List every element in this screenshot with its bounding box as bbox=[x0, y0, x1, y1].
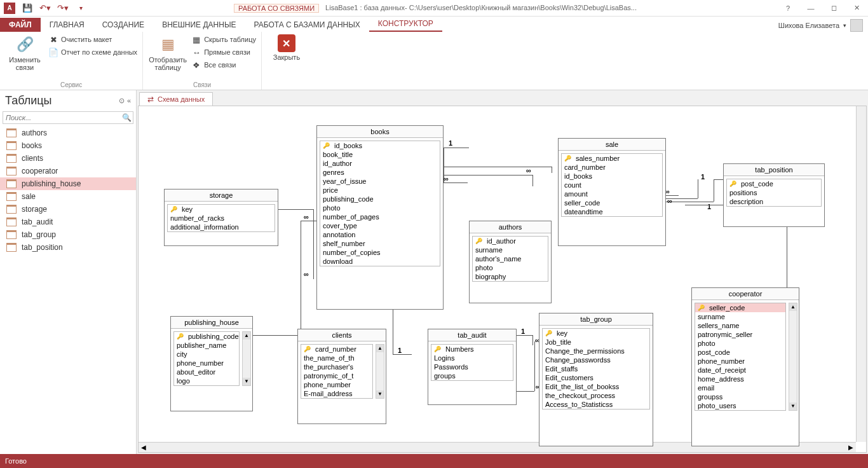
tab-external[interactable]: ВНЕШНИЕ ДАННЫЕ bbox=[153, 18, 245, 32]
field-publishing_code[interactable]: publishing_code bbox=[320, 195, 440, 203]
field-number_of_copies[interactable]: number_of_copies bbox=[320, 248, 440, 257]
field-number_of_pages[interactable]: number_of_pages bbox=[320, 212, 440, 221]
field-Numbers[interactable]: Numbers bbox=[431, 345, 513, 354]
user-badge[interactable]: Шихова Елизавета ▾ bbox=[778, 19, 868, 32]
nav-item-tab_group[interactable]: tab_group bbox=[0, 228, 136, 241]
minimize-icon[interactable]: — bbox=[803, 4, 818, 12]
nav-item-tab_position[interactable]: tab_position bbox=[0, 241, 136, 254]
tab-file[interactable]: ФАЙЛ bbox=[0, 18, 41, 32]
redo-icon[interactable]: ↷▾ bbox=[57, 3, 69, 14]
field-card_number[interactable]: card_number bbox=[301, 345, 372, 354]
field-Job_title[interactable]: Job_title bbox=[543, 338, 649, 347]
qat-more-icon[interactable]: ▾ bbox=[75, 3, 86, 14]
field-author's_name[interactable]: author's_name bbox=[473, 254, 548, 263]
field-the_purchaser's[interactable]: the_purchaser's bbox=[301, 362, 372, 371]
field-id_author[interactable]: id_author bbox=[473, 237, 548, 245]
field-email[interactable]: email bbox=[695, 383, 785, 392]
field-seller_code[interactable]: seller_code bbox=[562, 198, 662, 207]
entity-authors[interactable]: authorsid_authorsurnameauthor's_namephot… bbox=[469, 221, 552, 303]
field-photo[interactable]: photo bbox=[320, 203, 440, 212]
field-positions[interactable]: positions bbox=[727, 188, 821, 197]
nav-item-cooperator[interactable]: cooperator bbox=[0, 165, 136, 177]
field-id_author[interactable]: id_author bbox=[320, 159, 440, 168]
entity-cooperator[interactable]: cooperatorseller_codesurnamesellers_name… bbox=[691, 287, 799, 446]
entity-books[interactable]: booksid_booksbook_titleid_authorgenresye… bbox=[316, 125, 444, 310]
field-price[interactable]: price bbox=[320, 186, 440, 195]
undo-icon[interactable]: ↶▾ bbox=[39, 3, 51, 14]
field-count[interactable]: count bbox=[562, 181, 662, 189]
search-icon[interactable]: 🔍 bbox=[120, 112, 133, 123]
relationships-canvas[interactable]: ✕ 1 ∞ 1 ∞ 1 ∞ ∞ 1 ∞ 1 bbox=[138, 106, 867, 453]
tab-designer[interactable]: КОНСТРУКТОР bbox=[369, 17, 442, 32]
tab-dbtools[interactable]: РАБОТА С БАЗАМИ ДАННЫХ bbox=[245, 18, 369, 32]
restore-icon[interactable]: ◻ bbox=[826, 4, 841, 12]
close-relations-button[interactable]: ✕ Закрыть bbox=[267, 34, 306, 61]
entity-tab_group[interactable]: tab_groupkeyJob_titleChange_the_permissi… bbox=[539, 313, 653, 446]
save-icon[interactable]: 💾 bbox=[22, 3, 33, 14]
clear-layout-button[interactable]: ✖Очистить макет bbox=[48, 34, 137, 45]
nav-filter-icon[interactable]: ⊙ bbox=[119, 97, 125, 105]
field-id_books[interactable]: id_books bbox=[320, 141, 440, 150]
field-cover_type[interactable]: cover_type bbox=[320, 221, 440, 230]
nav-item-tab_audit[interactable]: tab_audit bbox=[0, 216, 136, 228]
hide-table-button[interactable]: ▦Скрыть таблицу bbox=[191, 34, 256, 45]
field-biography[interactable]: biography bbox=[473, 272, 548, 281]
nav-item-sale[interactable]: sale bbox=[0, 190, 136, 203]
nav-search-input[interactable] bbox=[3, 112, 120, 123]
field-date_of_receipt[interactable]: date_of_receipt bbox=[695, 366, 785, 375]
field-E-mail_address[interactable]: E-mail_address bbox=[301, 389, 372, 398]
nav-item-clients[interactable]: clients bbox=[0, 152, 136, 165]
close-icon[interactable]: ✕ bbox=[849, 4, 864, 12]
field-publishing_code[interactable]: publishing_code bbox=[174, 332, 239, 341]
field-publisher_name[interactable]: publisher_name bbox=[174, 341, 239, 350]
help-icon[interactable]: ? bbox=[780, 4, 796, 12]
field-groups[interactable]: groups bbox=[431, 371, 513, 380]
field-key[interactable]: key bbox=[168, 205, 275, 214]
field-Edit_staffs[interactable]: Edit_staffs bbox=[543, 364, 649, 373]
field-Change_passwordss[interactable]: Change_passwordss bbox=[543, 355, 649, 364]
field-year_of_issue[interactable]: year_of_issue bbox=[320, 177, 440, 186]
entity-tab_position[interactable]: tab_positionpost_codepositionsdescriptio… bbox=[723, 163, 825, 227]
field-patronymic_seller[interactable]: patronymic_seller bbox=[695, 330, 785, 339]
field-home_address[interactable]: home_address bbox=[695, 375, 785, 383]
entity-scrollbar[interactable]: ▲▼ bbox=[376, 344, 384, 399]
field-Edit_customers[interactable]: Edit_customers bbox=[543, 373, 649, 382]
field-photo[interactable]: photo bbox=[695, 339, 785, 348]
entity-clients[interactable]: clientscard_numberthe_name_of_ththe_purc… bbox=[297, 329, 386, 424]
field-shelf_number[interactable]: shelf_number bbox=[320, 239, 440, 248]
field-Edit_the_list_of_bookss[interactable]: Edit_the_list_of_bookss bbox=[543, 382, 649, 391]
entity-scrollbar[interactable]: ▲▼ bbox=[789, 303, 797, 411]
direct-relations-button[interactable]: ↔Прямые связи bbox=[191, 47, 256, 57]
relation-report-button[interactable]: 📄Отчет по схеме данных bbox=[48, 47, 137, 57]
field-logo[interactable]: logo bbox=[174, 376, 239, 385]
field-card_number[interactable]: card_number bbox=[562, 163, 662, 172]
field-description[interactable]: description bbox=[727, 197, 821, 206]
field-phone_number[interactable]: phone_number bbox=[174, 359, 239, 368]
field-id_books[interactable]: id_books bbox=[562, 172, 662, 181]
field-dateandtime[interactable]: dateandtime bbox=[562, 207, 662, 216]
edit-relations-button[interactable]: 🔗 Изменить связи bbox=[5, 34, 44, 71]
field-amount[interactable]: amount bbox=[562, 189, 662, 198]
field-additional_information[interactable]: additional_information bbox=[168, 223, 275, 231]
field-key[interactable]: key bbox=[543, 329, 649, 338]
field-phone_number[interactable]: phone_number bbox=[301, 380, 372, 389]
field-Change_the_permissions[interactable]: Change_the_permissions bbox=[543, 347, 649, 355]
nav-item-authors[interactable]: authors bbox=[0, 127, 136, 139]
entity-publishing_house[interactable]: publishing_housepublishing_codepublisher… bbox=[170, 316, 253, 411]
field-surname[interactable]: surname bbox=[695, 312, 785, 321]
field-the_name_of_th[interactable]: the_name_of_th bbox=[301, 354, 372, 362]
field-patronymic_of_t[interactable]: patronymic_of_t bbox=[301, 371, 372, 380]
field-the_checkout_process[interactable]: the_checkout_process bbox=[543, 391, 649, 400]
entity-tab_audit[interactable]: tab_auditNumbersLoginsPasswordsgroups bbox=[428, 329, 517, 405]
field-about_editor[interactable]: about_editor bbox=[174, 368, 239, 376]
all-relations-button[interactable]: ❖Все связи bbox=[191, 60, 256, 70]
field-photo[interactable]: photo bbox=[473, 263, 548, 272]
field-download[interactable]: download bbox=[320, 257, 440, 266]
entity-scrollbar[interactable]: ▲▼ bbox=[242, 331, 251, 386]
field-Passwords[interactable]: Passwords bbox=[431, 362, 513, 371]
field-photo_users[interactable]: photo_users bbox=[695, 401, 785, 410]
tab-home[interactable]: ГЛАВНАЯ bbox=[41, 18, 93, 32]
field-city[interactable]: city bbox=[174, 350, 239, 359]
entity-sale[interactable]: salesales_numbercard_numberid_bookscount… bbox=[558, 138, 666, 246]
field-groupss[interactable]: groupss bbox=[695, 392, 785, 401]
